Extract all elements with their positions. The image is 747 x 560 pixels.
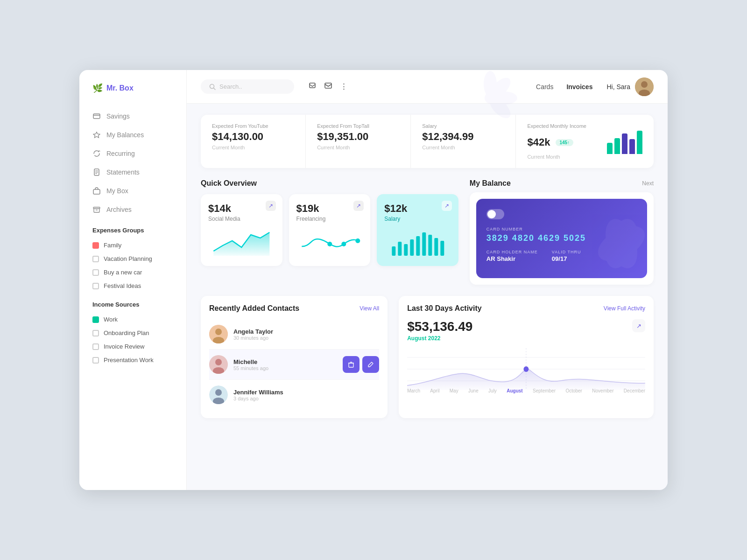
view-full-activity[interactable]: View Full Activity (604, 305, 645, 312)
activity-title: Last 30 Days Activity (407, 304, 481, 313)
social-value: $14k (208, 203, 275, 215)
sidebar-item-savings[interactable]: Savings (86, 107, 180, 125)
mail-icon[interactable] (324, 81, 332, 92)
activity-expand[interactable]: ↗ (632, 319, 645, 332)
jennifer-name: Jennifer Williams (233, 389, 379, 396)
invoice-checkbox[interactable] (92, 343, 99, 350)
nav-cards[interactable]: Cards (536, 83, 553, 91)
stat-salary-value: $12,394.99 (422, 131, 504, 143)
overview-card-salary: ↗ $12k Salary (377, 194, 458, 266)
overview-header: Quick Overview (201, 179, 458, 188)
contact-michelle: Michelle 55 minutes ago (209, 350, 379, 380)
savings-icon (92, 112, 101, 120)
sidebar-item-archives[interactable]: Archives (86, 201, 180, 218)
sidebar-nav: Savings My Balances Recurring Statements (79, 107, 186, 218)
more-icon[interactable]: ⋮ (340, 82, 348, 91)
work-checkbox[interactable] (92, 316, 99, 323)
income-sources: Work Onboarding Plan Invoice Review Pres… (79, 313, 186, 367)
freelance-value: $19k (296, 203, 363, 215)
card-toggle[interactable] (486, 209, 504, 219)
balance-panel: My Balance Next (470, 179, 654, 285)
income-invoice[interactable]: Invoice Review (79, 340, 186, 353)
edit-button[interactable] (362, 356, 379, 373)
card-toggle-dot (487, 210, 496, 218)
overview-card-social: ↗ $14k Social Media (201, 194, 282, 266)
svg-point-12 (491, 91, 517, 105)
salary-arrow[interactable]: ↗ (442, 201, 452, 211)
svg-rect-28 (410, 239, 414, 256)
angela-time: 30 minutes ago (233, 335, 379, 341)
balance-next[interactable]: Next (642, 180, 654, 187)
income-work[interactable]: Work (79, 313, 186, 326)
onboarding-checkbox[interactable] (92, 330, 99, 336)
vacation-checkbox[interactable] (92, 256, 99, 262)
michelle-info: Michelle 55 minutes ago (233, 358, 337, 371)
social-arrow[interactable]: ↗ (266, 201, 276, 211)
bar-4 (629, 139, 635, 154)
delete-button[interactable] (343, 356, 359, 373)
stat-monthly-sub: Current Month (527, 154, 642, 160)
search-bar[interactable]: Search.. (201, 79, 294, 94)
car-checkbox[interactable] (92, 269, 99, 276)
recurring-label: Recurring (106, 150, 135, 157)
svg-rect-27 (404, 244, 408, 256)
bar-3 (622, 133, 627, 154)
user-section: Hi, Sara (606, 77, 654, 96)
festival-checkbox[interactable] (92, 283, 99, 289)
freelance-label: Freelancing (296, 216, 363, 222)
stats-row: Expected From YouTube $14,130.00 Current… (201, 115, 654, 168)
svg-point-22 (327, 242, 332, 246)
activity-chart (407, 348, 645, 385)
sidebar-item-statements[interactable]: Statements (86, 163, 180, 181)
header-nav: Cards Invoices (536, 83, 592, 91)
sidebar-item-recurring[interactable]: Recurring (86, 145, 180, 162)
expense-car[interactable]: Buy a new car (79, 266, 186, 279)
stat-monthly-label: Expected Monthly Income (527, 123, 642, 129)
freelance-chart (296, 228, 363, 256)
card-holder-name: AR Shakir (486, 255, 538, 262)
statements-label: Statements (106, 168, 140, 176)
jennifer-time: 3 days ago (233, 396, 379, 401)
header-icons: ⋮ (308, 81, 348, 92)
expense-vacation[interactable]: Vacation Planning (79, 252, 186, 266)
content: Expected From YouTube $14,130.00 Current… (187, 104, 668, 490)
stat-salary-sub: Current Month (422, 145, 504, 150)
activity-panel: Last 30 Days Activity View Full Activity… (399, 296, 654, 418)
activity-amount: $53,136.49 (407, 319, 472, 334)
stat-salary: Salary $12,394.99 Current Month (411, 115, 516, 168)
view-all-link[interactable]: View All (359, 305, 379, 312)
activity-data-row: $53,136.49 August 2022 ↗ (407, 319, 645, 348)
notification-icon[interactable] (308, 81, 317, 92)
search-placeholder: Search.. (219, 83, 242, 90)
svg-point-24 (355, 238, 360, 243)
sidebar-item-my-balances[interactable]: My Balances (86, 126, 180, 144)
contacts-list: Angela Taylor 30 minutes ago Michelle 55… (209, 319, 379, 410)
svg-point-47 (215, 389, 222, 396)
expense-family[interactable]: Family (79, 238, 186, 252)
savings-label: Savings (106, 112, 130, 120)
app-container: 🌿 Mr. Box Savings My Balances (79, 70, 668, 490)
sidebar-item-my-box[interactable]: My Box (86, 182, 180, 200)
svg-point-38 (215, 329, 222, 335)
recurring-icon (92, 149, 101, 158)
card-valid-label: VALID THRU (552, 250, 581, 254)
income-onboarding[interactable]: Onboarding Plan (79, 326, 186, 340)
overview-title: Quick Overview (201, 179, 257, 188)
svg-rect-32 (435, 238, 438, 256)
svg-point-53 (524, 366, 529, 372)
nav-invoices[interactable]: Invoices (566, 83, 592, 91)
expenses-title: Expenses Groups (79, 218, 186, 238)
stat-monthly-badge: 145↑ (556, 139, 573, 146)
jennifer-avatar (209, 385, 228, 404)
logo: 🌿 Mr. Box (79, 83, 186, 107)
income-presentation[interactable]: Presentation Work (79, 353, 186, 367)
expense-festival[interactable]: Festival Ideas (79, 279, 186, 293)
activity-header-row: Last 30 Days Activity View Full Activity (407, 304, 645, 313)
family-checkbox[interactable] (92, 242, 99, 249)
freelance-arrow[interactable]: ↗ (353, 201, 364, 211)
svg-point-11 (486, 74, 514, 102)
svg-point-14 (485, 92, 496, 104)
presentation-checkbox[interactable] (92, 357, 99, 364)
svg-rect-29 (416, 236, 420, 256)
activity-date: August 2022 (407, 335, 472, 342)
